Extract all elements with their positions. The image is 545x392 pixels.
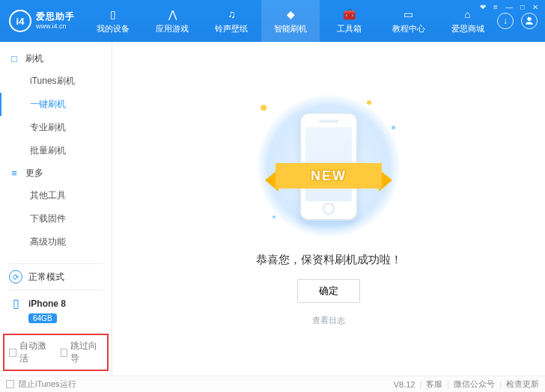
checkbox-icon bbox=[61, 349, 68, 357]
category-icon: □ bbox=[9, 53, 19, 64]
flash-icon: ◆ bbox=[284, 7, 297, 21]
tab-toolbox[interactable]: 🧰工具箱 bbox=[320, 0, 379, 42]
logo-brand: 爱思助手 bbox=[36, 12, 75, 22]
new-ribbon: NEW bbox=[265, 159, 392, 196]
mode-label: 正常模式 bbox=[28, 271, 64, 284]
tab-apps[interactable]: ⋀应用游戏 bbox=[143, 0, 202, 42]
block-itunes-label: 阻止iTunes运行 bbox=[19, 379, 76, 390]
toolbox-icon: 🧰 bbox=[343, 7, 356, 21]
apps-icon: ⋀ bbox=[165, 7, 179, 21]
storage-badge: 64GB bbox=[28, 313, 57, 323]
support-link[interactable]: 客服 bbox=[426, 379, 442, 390]
ok-button[interactable]: 确定 bbox=[297, 279, 360, 303]
minimize-icon[interactable]: — bbox=[503, 3, 515, 11]
app-header: ❤ ≡ — □ ✕ i4 爱思助手 www.i4.cn ▯我的设备⋀应用游戏♫铃… bbox=[0, 0, 545, 42]
sidebar-item[interactable]: 其他工具 bbox=[0, 184, 112, 207]
sidebar-item[interactable]: 专业刷机 bbox=[0, 116, 112, 139]
tab-label: 工具箱 bbox=[337, 23, 362, 34]
download-button[interactable]: ↓ bbox=[497, 13, 514, 29]
logo-mark-icon: i4 bbox=[9, 10, 31, 32]
mode-icon: ⟳ bbox=[9, 270, 22, 284]
close-icon[interactable]: ✕ bbox=[530, 3, 541, 11]
category-label: 刷机 bbox=[25, 52, 43, 65]
sidebar-item[interactable]: 一键刷机 bbox=[0, 93, 112, 116]
device-name: iPhone 8 bbox=[28, 298, 66, 309]
sidebar-item[interactable]: 高级功能 bbox=[0, 230, 112, 254]
device-mode[interactable]: ⟳ 正常模式 bbox=[9, 263, 103, 290]
header-tabs: ▯我的设备⋀应用游戏♫铃声壁纸◆智能刷机🧰工具箱▭教程中心⌂爱思商城 bbox=[84, 0, 497, 42]
sidebar-item[interactable]: iTunes刷机 bbox=[0, 70, 112, 93]
tab-shop[interactable]: ⌂爱思商城 bbox=[438, 0, 497, 42]
tab-label: 智能刷机 bbox=[274, 23, 307, 34]
tab-label: 教程中心 bbox=[392, 23, 425, 34]
sidebar-category: ≡更多 bbox=[0, 162, 112, 184]
status-bar: 阻止iTunes运行 V8.12 | 客服 | 微信公众号 | 检查更新 bbox=[0, 376, 545, 392]
block-itunes-checkbox[interactable]: 阻止iTunes运行 bbox=[6, 379, 76, 390]
device-info[interactable]: ▯ iPhone 8 64GB bbox=[9, 290, 103, 329]
shop-icon: ⌂ bbox=[461, 7, 475, 21]
checkbox-icon bbox=[9, 349, 16, 357]
auto-activate-label: 自动激活 bbox=[19, 340, 52, 365]
skip-wizard-checkbox[interactable]: 跳过向导 bbox=[61, 340, 103, 365]
main-content: NEW 恭喜您，保资料刷机成功啦！ 确定 查看日志 bbox=[112, 42, 545, 376]
sidebar-item[interactable]: 批量刷机 bbox=[0, 139, 112, 162]
music-icon: ♫ bbox=[225, 7, 238, 21]
tab-book[interactable]: ▭教程中心 bbox=[379, 0, 438, 42]
user-button[interactable] bbox=[521, 13, 538, 29]
tab-label: 铃声壁纸 bbox=[215, 23, 248, 34]
tab-flash[interactable]: ◆智能刷机 bbox=[261, 0, 320, 42]
book-icon: ▭ bbox=[402, 7, 415, 21]
version-label: V8.12 bbox=[394, 380, 415, 389]
phone-icon: ▯ bbox=[9, 296, 22, 310]
success-message: 恭喜您，保资料刷机成功啦！ bbox=[256, 253, 402, 267]
tab-phone[interactable]: ▯我的设备 bbox=[84, 0, 143, 42]
ribbon-text: NEW bbox=[275, 163, 382, 189]
sidebar-item[interactable]: 下载固件 bbox=[0, 207, 112, 230]
auto-activate-checkbox[interactable]: 自动激活 bbox=[9, 340, 52, 365]
update-link[interactable]: 检查更新 bbox=[506, 379, 539, 390]
user-icon bbox=[523, 15, 535, 27]
maximize-icon[interactable]: □ bbox=[518, 3, 527, 11]
success-illustration: NEW bbox=[243, 91, 415, 241]
tab-label: 我的设备 bbox=[97, 23, 130, 34]
checkbox-icon bbox=[6, 380, 14, 388]
tab-label: 应用游戏 bbox=[156, 23, 189, 34]
sidebar-category: □刷机 bbox=[0, 48, 112, 70]
phone-icon: ▯ bbox=[106, 7, 120, 21]
wechat-link[interactable]: 微信公众号 bbox=[454, 379, 495, 390]
tab-music[interactable]: ♫铃声壁纸 bbox=[202, 0, 261, 42]
app-logo: i4 爱思助手 www.i4.cn bbox=[0, 0, 84, 42]
view-log-link[interactable]: 查看日志 bbox=[312, 315, 345, 326]
logo-site: www.i4.cn bbox=[36, 22, 75, 30]
sidebar-options: 自动激活 跳过向导 bbox=[3, 334, 109, 371]
sidebar: □刷机iTunes刷机一键刷机专业刷机批量刷机≡更多其他工具下载固件高级功能 ⟳… bbox=[0, 42, 112, 376]
skip-wizard-label: 跳过向导 bbox=[70, 340, 103, 365]
category-icon: ≡ bbox=[9, 168, 19, 179]
tab-label: 爱思商城 bbox=[451, 23, 484, 34]
category-label: 更多 bbox=[25, 167, 43, 180]
